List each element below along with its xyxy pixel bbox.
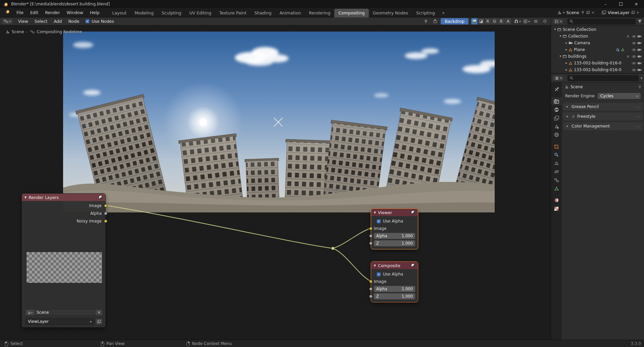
camera-render-icon[interactable]: [637, 68, 642, 71]
overlap-toggle-icon[interactable]: [532, 18, 539, 24]
blender-menu-button[interactable]: [2, 9, 13, 16]
snapping-control[interactable]: ▾: [514, 19, 521, 23]
menu-add[interactable]: Add: [51, 19, 65, 24]
view-layer-selector[interactable]: ViewLayer ×: [600, 9, 641, 16]
image-input-socket[interactable]: [369, 280, 373, 283]
tab-render-properties[interactable]: [551, 97, 562, 105]
viewer-node[interactable]: ▼ Viewer ✓ Use Alpha Image Alpha1.000 Z1…: [371, 208, 418, 249]
channel-red-button[interactable]: R: [485, 18, 491, 24]
expand-icon[interactable]: ▶: [564, 68, 568, 71]
new-scene-icon[interactable]: [586, 11, 590, 14]
section-grease-pencil[interactable]: ▶ Grease Pencil ::::: [563, 103, 643, 111]
menu-file[interactable]: File: [13, 9, 27, 16]
minimize-button[interactable]: –: [598, 0, 613, 8]
tab-texture-properties[interactable]: [551, 204, 562, 213]
tab-shading[interactable]: Shading: [250, 9, 276, 17]
tab-animation[interactable]: Animation: [276, 9, 305, 17]
view-layer-dropdown[interactable]: ViewLayer ▾: [25, 318, 94, 325]
properties-editor-type-button[interactable]: ▾: [553, 76, 563, 81]
channel-blue-button[interactable]: B: [498, 18, 505, 24]
render-single-layer-button[interactable]: [95, 318, 103, 325]
use-alpha-row[interactable]: ✓ Use Alpha: [371, 270, 418, 278]
camera-render-icon[interactable]: [637, 61, 642, 65]
collapse-icon[interactable]: ▼: [374, 264, 376, 267]
alpha-input-socket[interactable]: [369, 287, 373, 291]
image-input-socket[interactable]: [369, 227, 373, 230]
eye-icon[interactable]: [632, 68, 636, 71]
image-output-socket[interactable]: [104, 204, 107, 207]
eye-icon[interactable]: [632, 35, 636, 38]
z-input-socket[interactable]: [369, 295, 373, 298]
tab-geometry-nodes[interactable]: Geometry Nodes: [369, 9, 412, 17]
snap-target-control[interactable]: ▾: [523, 19, 530, 23]
tab-uv-editing[interactable]: UV Editing: [185, 9, 215, 17]
expand-icon[interactable]: ▶: [564, 62, 568, 64]
reroute-node[interactable]: [332, 247, 335, 250]
tab-layout[interactable]: Layout: [108, 9, 131, 17]
tab-modifier-properties[interactable]: [551, 151, 562, 159]
menu-edit[interactable]: Edit: [27, 9, 42, 16]
drag-handle-icon[interactable]: ::::: [635, 115, 641, 118]
render-engine-dropdown[interactable]: Cycles ▾: [597, 93, 641, 99]
add-workspace-button[interactable]: +: [439, 9, 448, 17]
tab-constraint-properties[interactable]: [551, 176, 562, 184]
tab-modeling[interactable]: Modeling: [131, 9, 158, 17]
eye-icon[interactable]: [632, 42, 636, 45]
menu-view[interactable]: View: [15, 19, 31, 24]
menu-render[interactable]: Render: [42, 9, 63, 16]
freestyle-checkbox[interactable]: ✓: [572, 115, 575, 118]
drag-handle-icon[interactable]: ::::: [635, 105, 641, 109]
use-nodes-checkbox[interactable]: ✓ Use Nodes: [85, 19, 114, 24]
clear-scene-icon[interactable]: ×: [96, 309, 102, 315]
section-color-management[interactable]: ▶ Color Management ::::: [563, 122, 643, 130]
render-layers-node[interactable]: ▼ Render Layers Image Alpha Noisy Image …: [21, 193, 106, 328]
expand-icon[interactable]: ▼: [553, 28, 557, 31]
alpha-output-socket[interactable]: [104, 212, 107, 215]
scene-selector[interactable]: ▾ Scene ×: [555, 9, 597, 16]
expand-icon[interactable]: ▶: [564, 42, 568, 44]
tab-compositing[interactable]: Compositing: [334, 9, 368, 17]
tab-particle-properties[interactable]: [551, 159, 562, 167]
channel-color-alpha-icon[interactable]: [478, 18, 485, 24]
menu-window[interactable]: Window: [63, 9, 87, 16]
menu-node[interactable]: Node: [65, 19, 82, 24]
pin-icon[interactable]: [423, 18, 429, 24]
editor-type-button[interactable]: ▾: [2, 19, 13, 24]
eye-icon[interactable]: [632, 48, 636, 51]
expand-icon[interactable]: ▼: [558, 55, 562, 58]
tab-texture-paint[interactable]: Texture Paint: [215, 9, 250, 17]
alpha-input-socket[interactable]: [369, 234, 373, 238]
chevron-down-icon[interactable]: ▾: [641, 76, 642, 80]
menu-help[interactable]: Help: [87, 9, 103, 16]
outliner-row-building-2[interactable]: ▶ 133-002-building-016-0: [551, 66, 644, 73]
scene-id-field[interactable]: ▾ Scene ×: [25, 309, 103, 316]
channel-color-icon[interactable]: [471, 18, 478, 24]
unlink-scene-icon[interactable]: ×: [592, 11, 594, 14]
breadcrumb-node-tree[interactable]: Compositing Nodetree: [37, 30, 82, 34]
tab-material-properties[interactable]: [551, 196, 562, 204]
z-input-socket[interactable]: [369, 242, 373, 245]
tab-output-properties[interactable]: [551, 105, 562, 114]
viewer-node-header[interactable]: ▼ Viewer: [371, 209, 418, 216]
outliner-row-scene-collection[interactable]: ▼ Scene Collection: [551, 26, 644, 33]
tab-object-properties[interactable]: [551, 142, 562, 151]
remove-view-layer-icon[interactable]: ×: [637, 11, 639, 14]
filter-icon[interactable]: [638, 19, 642, 23]
camera-render-icon[interactable]: [637, 55, 642, 58]
eye-icon[interactable]: [632, 62, 636, 65]
camera-render-icon[interactable]: [637, 41, 642, 45]
go-to-parent-tree-icon[interactable]: [432, 18, 438, 24]
section-freestyle[interactable]: ▶ ✓ Freestyle ::::: [563, 112, 643, 120]
backdrop-toggle-button[interactable]: Backdrop: [441, 18, 468, 24]
exclude-checkbox[interactable]: ✓: [626, 35, 630, 38]
composite-node[interactable]: ▼ Composite ✓ Use Alpha Image Alpha1.000…: [371, 261, 418, 302]
z-value-row[interactable]: Z1.000: [371, 240, 418, 247]
tab-view-layer-properties[interactable]: [551, 114, 562, 122]
camera-render-icon[interactable]: [637, 35, 642, 38]
outliner-row-camera[interactable]: ▶ Camera: [551, 40, 644, 46]
pin-icon[interactable]: [638, 85, 642, 89]
tab-object-data-properties[interactable]: [551, 184, 562, 193]
outliner-row-collection[interactable]: ▼ Collection ✓: [551, 33, 644, 40]
collapse-icon[interactable]: ▼: [374, 211, 376, 214]
use-alpha-row[interactable]: ✓ Use Alpha: [371, 217, 418, 225]
